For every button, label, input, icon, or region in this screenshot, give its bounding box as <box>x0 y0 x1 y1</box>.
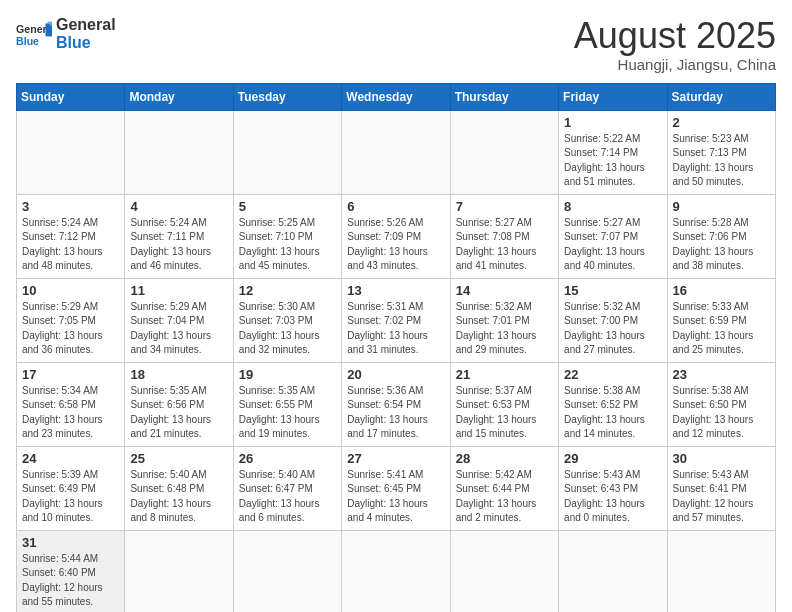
day-number: 28 <box>456 451 553 466</box>
day-number: 19 <box>239 367 336 382</box>
calendar-cell: 29Sunrise: 5:43 AMSunset: 6:43 PMDayligh… <box>559 446 667 530</box>
day-info: Sunrise: 5:32 AMSunset: 7:00 PMDaylight:… <box>564 300 661 358</box>
day-info: Sunrise: 5:38 AMSunset: 6:50 PMDaylight:… <box>673 384 770 442</box>
calendar-cell: 9Sunrise: 5:28 AMSunset: 7:06 PMDaylight… <box>667 194 775 278</box>
day-info: Sunrise: 5:40 AMSunset: 6:47 PMDaylight:… <box>239 468 336 526</box>
calendar-cell <box>559 530 667 612</box>
day-info: Sunrise: 5:41 AMSunset: 6:45 PMDaylight:… <box>347 468 444 526</box>
calendar-header-row: SundayMondayTuesdayWednesdayThursdayFrid… <box>17 83 776 110</box>
calendar-cell <box>125 530 233 612</box>
calendar-cell <box>342 530 450 612</box>
day-info: Sunrise: 5:43 AMSunset: 6:41 PMDaylight:… <box>673 468 770 526</box>
day-info: Sunrise: 5:43 AMSunset: 6:43 PMDaylight:… <box>564 468 661 526</box>
weekday-header-thursday: Thursday <box>450 83 558 110</box>
calendar-cell: 5Sunrise: 5:25 AMSunset: 7:10 PMDaylight… <box>233 194 341 278</box>
weekday-header-saturday: Saturday <box>667 83 775 110</box>
day-info: Sunrise: 5:31 AMSunset: 7:02 PMDaylight:… <box>347 300 444 358</box>
location-subtitle: Huangji, Jiangsu, China <box>574 56 776 73</box>
calendar-week-row: 24Sunrise: 5:39 AMSunset: 6:49 PMDayligh… <box>17 446 776 530</box>
calendar-cell: 27Sunrise: 5:41 AMSunset: 6:45 PMDayligh… <box>342 446 450 530</box>
day-number: 26 <box>239 451 336 466</box>
logo-general-text: General <box>56 16 116 34</box>
calendar-cell: 25Sunrise: 5:40 AMSunset: 6:48 PMDayligh… <box>125 446 233 530</box>
calendar-week-row: 31Sunrise: 5:44 AMSunset: 6:40 PMDayligh… <box>17 530 776 612</box>
weekday-header-wednesday: Wednesday <box>342 83 450 110</box>
calendar-cell: 8Sunrise: 5:27 AMSunset: 7:07 PMDaylight… <box>559 194 667 278</box>
day-number: 30 <box>673 451 770 466</box>
calendar-cell: 2Sunrise: 5:23 AMSunset: 7:13 PMDaylight… <box>667 110 775 194</box>
day-number: 8 <box>564 199 661 214</box>
day-number: 5 <box>239 199 336 214</box>
day-number: 15 <box>564 283 661 298</box>
calendar-cell: 4Sunrise: 5:24 AMSunset: 7:11 PMDaylight… <box>125 194 233 278</box>
day-number: 23 <box>673 367 770 382</box>
calendar-cell <box>667 530 775 612</box>
day-info: Sunrise: 5:27 AMSunset: 7:08 PMDaylight:… <box>456 216 553 274</box>
day-number: 11 <box>130 283 227 298</box>
weekday-header-sunday: Sunday <box>17 83 125 110</box>
calendar-week-row: 3Sunrise: 5:24 AMSunset: 7:12 PMDaylight… <box>17 194 776 278</box>
calendar-cell: 13Sunrise: 5:31 AMSunset: 7:02 PMDayligh… <box>342 278 450 362</box>
day-number: 9 <box>673 199 770 214</box>
calendar-cell <box>17 110 125 194</box>
calendar-cell: 22Sunrise: 5:38 AMSunset: 6:52 PMDayligh… <box>559 362 667 446</box>
day-number: 4 <box>130 199 227 214</box>
day-number: 31 <box>22 535 119 550</box>
day-info: Sunrise: 5:40 AMSunset: 6:48 PMDaylight:… <box>130 468 227 526</box>
calendar-week-row: 17Sunrise: 5:34 AMSunset: 6:58 PMDayligh… <box>17 362 776 446</box>
day-number: 2 <box>673 115 770 130</box>
day-number: 3 <box>22 199 119 214</box>
calendar-cell <box>450 110 558 194</box>
day-info: Sunrise: 5:44 AMSunset: 6:40 PMDaylight:… <box>22 552 119 610</box>
calendar-cell: 18Sunrise: 5:35 AMSunset: 6:56 PMDayligh… <box>125 362 233 446</box>
calendar-cell <box>450 530 558 612</box>
calendar-cell: 31Sunrise: 5:44 AMSunset: 6:40 PMDayligh… <box>17 530 125 612</box>
calendar-cell <box>233 530 341 612</box>
day-number: 7 <box>456 199 553 214</box>
calendar-cell: 17Sunrise: 5:34 AMSunset: 6:58 PMDayligh… <box>17 362 125 446</box>
day-number: 17 <box>22 367 119 382</box>
calendar-cell: 12Sunrise: 5:30 AMSunset: 7:03 PMDayligh… <box>233 278 341 362</box>
day-number: 1 <box>564 115 661 130</box>
day-info: Sunrise: 5:29 AMSunset: 7:05 PMDaylight:… <box>22 300 119 358</box>
calendar-week-row: 1Sunrise: 5:22 AMSunset: 7:14 PMDaylight… <box>17 110 776 194</box>
day-number: 24 <box>22 451 119 466</box>
day-info: Sunrise: 5:22 AMSunset: 7:14 PMDaylight:… <box>564 132 661 190</box>
day-info: Sunrise: 5:33 AMSunset: 6:59 PMDaylight:… <box>673 300 770 358</box>
calendar-cell: 6Sunrise: 5:26 AMSunset: 7:09 PMDaylight… <box>342 194 450 278</box>
calendar-cell <box>342 110 450 194</box>
day-info: Sunrise: 5:24 AMSunset: 7:12 PMDaylight:… <box>22 216 119 274</box>
calendar-cell: 23Sunrise: 5:38 AMSunset: 6:50 PMDayligh… <box>667 362 775 446</box>
day-info: Sunrise: 5:25 AMSunset: 7:10 PMDaylight:… <box>239 216 336 274</box>
day-info: Sunrise: 5:28 AMSunset: 7:06 PMDaylight:… <box>673 216 770 274</box>
day-info: Sunrise: 5:26 AMSunset: 7:09 PMDaylight:… <box>347 216 444 274</box>
day-number: 14 <box>456 283 553 298</box>
month-year-title: August 2025 <box>574 16 776 56</box>
logo-blue-text: Blue <box>56 34 116 52</box>
svg-text:Blue: Blue <box>16 34 39 46</box>
title-area: August 2025 Huangji, Jiangsu, China <box>574 16 776 73</box>
logo-icon: General Blue <box>16 20 52 48</box>
day-info: Sunrise: 5:27 AMSunset: 7:07 PMDaylight:… <box>564 216 661 274</box>
calendar-cell: 14Sunrise: 5:32 AMSunset: 7:01 PMDayligh… <box>450 278 558 362</box>
day-number: 27 <box>347 451 444 466</box>
day-number: 18 <box>130 367 227 382</box>
day-info: Sunrise: 5:32 AMSunset: 7:01 PMDaylight:… <box>456 300 553 358</box>
calendar-cell: 21Sunrise: 5:37 AMSunset: 6:53 PMDayligh… <box>450 362 558 446</box>
logo: General Blue General Blue <box>16 16 116 51</box>
day-number: 6 <box>347 199 444 214</box>
calendar-cell: 16Sunrise: 5:33 AMSunset: 6:59 PMDayligh… <box>667 278 775 362</box>
calendar-cell: 11Sunrise: 5:29 AMSunset: 7:04 PMDayligh… <box>125 278 233 362</box>
calendar-cell: 10Sunrise: 5:29 AMSunset: 7:05 PMDayligh… <box>17 278 125 362</box>
day-number: 12 <box>239 283 336 298</box>
day-info: Sunrise: 5:30 AMSunset: 7:03 PMDaylight:… <box>239 300 336 358</box>
weekday-header-monday: Monday <box>125 83 233 110</box>
calendar-cell: 19Sunrise: 5:35 AMSunset: 6:55 PMDayligh… <box>233 362 341 446</box>
day-number: 20 <box>347 367 444 382</box>
calendar-week-row: 10Sunrise: 5:29 AMSunset: 7:05 PMDayligh… <box>17 278 776 362</box>
calendar-cell: 7Sunrise: 5:27 AMSunset: 7:08 PMDaylight… <box>450 194 558 278</box>
day-number: 22 <box>564 367 661 382</box>
calendar-cell: 3Sunrise: 5:24 AMSunset: 7:12 PMDaylight… <box>17 194 125 278</box>
day-info: Sunrise: 5:36 AMSunset: 6:54 PMDaylight:… <box>347 384 444 442</box>
calendar-cell: 30Sunrise: 5:43 AMSunset: 6:41 PMDayligh… <box>667 446 775 530</box>
